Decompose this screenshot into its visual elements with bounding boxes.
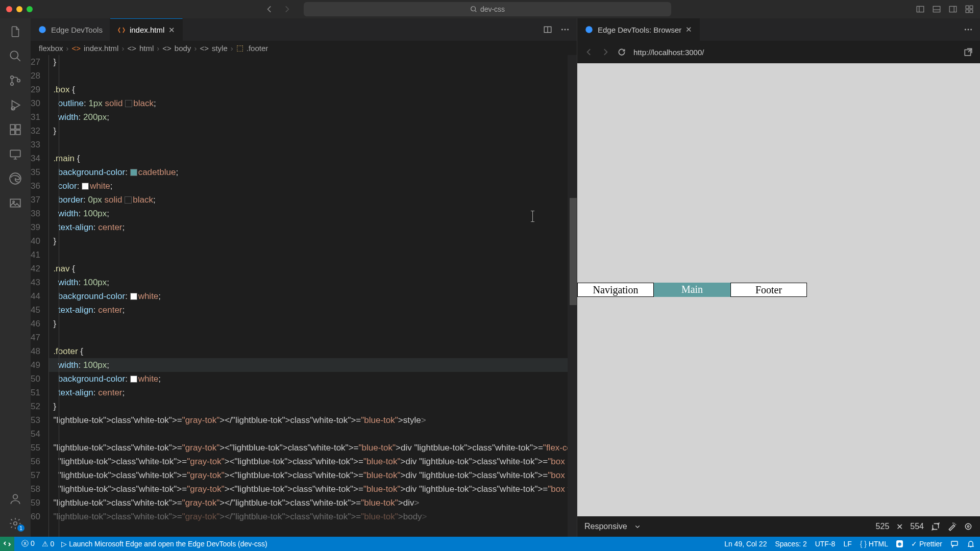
- code-line[interactable]: width: 100px;: [48, 207, 577, 220]
- chevron-down-icon[interactable]: [634, 523, 641, 530]
- code-line[interactable]: text-align: center;: [48, 220, 577, 234]
- code-line[interactable]: text-align: center;: [48, 303, 577, 317]
- layout-customize-icon[interactable]: [965, 5, 974, 14]
- browser-url[interactable]: http://localhost:3000/: [633, 48, 957, 57]
- tab-index-html[interactable]: index.html ✕: [110, 18, 183, 41]
- layout-panel-left-icon[interactable]: [916, 5, 925, 14]
- source-control-activity[interactable]: [8, 73, 22, 88]
- html-file-icon: <>: [72, 44, 81, 53]
- minimap[interactable]: [568, 55, 577, 537]
- viewport-height[interactable]: 554: [910, 522, 924, 531]
- browser-viewport[interactable]: Navigation Main Footer: [577, 63, 980, 516]
- bell-icon[interactable]: [967, 540, 975, 548]
- status-eol[interactable]: LF: [843, 540, 851, 548]
- rotate-icon[interactable]: [931, 522, 940, 531]
- code-line[interactable]: background-color: white;: [48, 372, 577, 386]
- device-mode[interactable]: Responsive: [584, 522, 627, 531]
- code-line[interactable]: "lightblue-tok">class"white-tok">="gray-…: [48, 496, 577, 510]
- remote-activity[interactable]: [8, 147, 22, 161]
- code-line[interactable]: [48, 248, 577, 262]
- wand-icon[interactable]: [947, 522, 957, 531]
- code-line[interactable]: "lightblue-tok">class"white-tok">="gray-…: [48, 468, 577, 482]
- breadcrumb-item[interactable]: body: [175, 44, 191, 53]
- breadcrumb-item[interactable]: style: [212, 44, 228, 53]
- more-actions-icon[interactable]: [560, 25, 570, 34]
- more-actions-icon[interactable]: [964, 25, 973, 34]
- settings-activity[interactable]: 1: [8, 516, 22, 531]
- code-line[interactable]: color: white;: [48, 179, 577, 193]
- code-line[interactable]: .nav {: [48, 262, 577, 276]
- browser-back-icon[interactable]: [584, 47, 594, 57]
- status-cursor-position[interactable]: Ln 49, Col 22: [724, 540, 767, 548]
- code-line[interactable]: background-color: white;: [48, 289, 577, 303]
- code-line[interactable]: [48, 69, 577, 83]
- search-activity[interactable]: [8, 49, 22, 63]
- code-line[interactable]: text-align: center;: [48, 386, 577, 399]
- copilot-icon[interactable]: ⎈: [896, 540, 903, 547]
- split-editor-icon[interactable]: [543, 25, 552, 34]
- status-warnings[interactable]: ⚠ 0: [42, 540, 55, 548]
- code-line[interactable]: width: 100px;: [48, 358, 577, 372]
- status-language[interactable]: { } HTML: [860, 540, 888, 548]
- open-external-icon[interactable]: [964, 47, 973, 57]
- code-line[interactable]: "lightblue-tok">class"white-tok">="gray-…: [48, 441, 577, 455]
- layout-panel-right-icon[interactable]: [948, 5, 958, 14]
- code-line[interactable]: [48, 331, 577, 344]
- remote-indicator[interactable]: [0, 537, 14, 551]
- target-icon[interactable]: [964, 522, 973, 531]
- browser-forward-icon[interactable]: [601, 47, 610, 57]
- code-line[interactable]: }: [48, 399, 577, 413]
- nav-back-icon[interactable]: [265, 5, 274, 14]
- code-line[interactable]: [48, 427, 577, 441]
- code-line[interactable]: }: [48, 124, 577, 138]
- code-line[interactable]: "lightblue-tok">class"white-tok">="gray-…: [48, 510, 577, 523]
- status-prettier[interactable]: ✓ Prettier: [911, 540, 942, 548]
- code-line[interactable]: width: 200px;: [48, 110, 577, 124]
- status-indentation[interactable]: Spaces: 2: [775, 540, 806, 548]
- scrollbar-thumb[interactable]: [570, 198, 577, 305]
- code-editor[interactable]: 2728293031323334353637383940414243444546…: [31, 55, 577, 537]
- code-line[interactable]: .footer {: [48, 344, 577, 358]
- image-activity[interactable]: [8, 196, 22, 210]
- extensions-activity[interactable]: [8, 122, 22, 137]
- tab-edge-devtools[interactable]: Edge DevTools: [31, 18, 110, 41]
- command-center[interactable]: dev-css: [304, 2, 671, 16]
- edge-activity[interactable]: [8, 171, 22, 186]
- code-line[interactable]: }: [48, 55, 577, 69]
- breadcrumb-item[interactable]: .footer: [247, 44, 268, 53]
- breadcrumb-item[interactable]: html: [139, 44, 154, 53]
- code-line[interactable]: border: 0px solid black;: [48, 193, 577, 207]
- explorer-activity[interactable]: [8, 24, 22, 39]
- accounts-activity[interactable]: [8, 492, 22, 506]
- tab-close-button[interactable]: ✕: [168, 26, 175, 35]
- code-line[interactable]: "lightblue-tok">class"white-tok">="gray-…: [48, 413, 577, 427]
- code-line[interactable]: outline: 1px solid black;: [48, 96, 577, 110]
- svg-rect-7: [970, 10, 973, 13]
- code-line[interactable]: width: 100px;: [48, 276, 577, 289]
- feedback-icon[interactable]: [950, 540, 959, 548]
- status-errors[interactable]: ⓧ 0: [21, 539, 35, 548]
- code-line[interactable]: "lightblue-tok">class"white-tok">="gray-…: [48, 455, 577, 468]
- layout-panel-bottom-icon[interactable]: [932, 5, 941, 14]
- code-line[interactable]: "lightblue-tok">class"white-tok">="gray-…: [48, 482, 577, 496]
- code-line[interactable]: [48, 138, 577, 152]
- code-line[interactable]: }: [48, 317, 577, 331]
- maximize-window-button[interactable]: [27, 6, 33, 12]
- tab-edge-devtools-browser[interactable]: Edge DevTools: Browser ✕: [577, 18, 700, 41]
- viewport-width[interactable]: 525: [876, 522, 890, 531]
- breadcrumb-item[interactable]: flexbox: [39, 44, 63, 53]
- code-line[interactable]: .box {: [48, 83, 577, 96]
- run-debug-activity[interactable]: [8, 98, 22, 112]
- close-window-button[interactable]: [6, 6, 12, 12]
- nav-forward-icon[interactable]: [282, 5, 291, 14]
- code-line[interactable]: .main {: [48, 152, 577, 165]
- breadcrumb-item[interactable]: index.html: [84, 44, 118, 53]
- minimize-window-button[interactable]: [16, 6, 22, 12]
- code-line[interactable]: }: [48, 234, 577, 248]
- status-encoding[interactable]: UTF-8: [815, 540, 836, 548]
- tab-close-button[interactable]: ✕: [685, 25, 692, 34]
- status-launch-task[interactable]: ▷ Launch Microsoft Edge and open the Edg…: [61, 540, 267, 548]
- breadcrumbs[interactable]: flexbox› <> index.html› <> html› <> body…: [31, 41, 577, 55]
- browser-reload-icon[interactable]: [617, 47, 626, 57]
- code-line[interactable]: background-color: cadetblue;: [48, 165, 577, 179]
